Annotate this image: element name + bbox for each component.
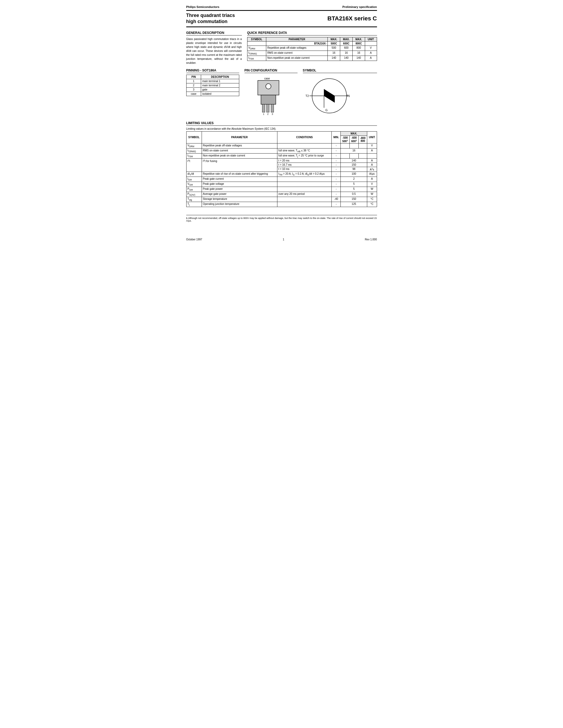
pin-row-2: 2 main terminal 2 (186, 83, 239, 87)
lv-row-itrms: IT(RMS) RMS on-state current full sine w… (186, 149, 377, 154)
page-header: Philips Semiconductors Preliminary speci… (186, 5, 377, 8)
qr-col-max1: MAX. (328, 37, 340, 41)
lv-row-vdrm: VDRM Repetitive peak off-state voltages … (186, 143, 377, 149)
pin-config-title: PIN CONFIGURATION (244, 69, 298, 73)
qr-col-symbol: SYMBOL (247, 37, 266, 41)
qr-row-itsm: ITSM Non-repetitive peak on-state curren… (247, 56, 377, 61)
quick-ref-subheader: BTA216X- 500C 600C 800C (247, 41, 377, 46)
lv-header-row: SYMBOL PARAMETER CONDITIONS MIN. MAX. UN… (186, 131, 377, 136)
spec-type: Preliminary specification (342, 5, 377, 8)
footnote-text: Although not recommended, off-state volt… (186, 217, 377, 222)
lv-row-pgm: PGM Peak gate power - 5 W (186, 187, 377, 192)
svg-rect-6 (271, 104, 274, 112)
limiting-values-title: LIMITING VALUES (186, 121, 377, 126)
footer-date: October 1997 (186, 238, 202, 241)
triac-symbol: T2 T1 G (303, 75, 356, 117)
product-title: Three quadrant triacs high commutation (186, 12, 235, 25)
qr-col-parameter: PARAMETER (266, 37, 328, 41)
qr-col-max3: MAX. (353, 37, 365, 41)
footnote-number: 1 (186, 217, 187, 219)
svg-rect-3 (261, 95, 276, 104)
symbol-title: SYMBOL (303, 69, 377, 73)
svg-marker-15 (324, 96, 335, 102)
limiting-values-table: SYMBOL PARAMETER CONDITIONS MIN. MAX. UN… (186, 131, 377, 207)
qr-col-unit: UNIT (365, 37, 377, 41)
svg-text:case: case (264, 77, 270, 80)
footnote: 1 Although not recommended, off-state vo… (186, 215, 377, 222)
footer-page: 1 (283, 238, 284, 241)
footer-revision: Rev 1.000 (365, 238, 377, 241)
lv-row-tj: Tj Operating junction temperature - 125 … (186, 202, 377, 207)
qr-row-itrms: IT(RMS) RMS on-state current 16 16 16 A (247, 51, 377, 56)
quick-ref-title: QUICK REFERENCE DATA (247, 31, 377, 35)
lv-col-parameter: PARAMETER (202, 131, 277, 143)
gen-desc-text: Glass passivated high commutation triacs… (186, 37, 242, 65)
lv-row-itsm: ITSM Non-repetitive peak on-state curren… (186, 154, 377, 159)
svg-rect-4 (262, 104, 265, 112)
lv-row-igm: IGM Peak gate current - 2 A (186, 177, 377, 182)
lv-row-tstg: Tstg Storage temperature -40 150 °C (186, 197, 377, 202)
limiting-values-section: LIMITING VALUES Limiting values in accor… (186, 121, 377, 207)
pin-row-case: case isolated (186, 92, 239, 96)
title-block: Three quadrant triacs high commutation B… (186, 10, 377, 27)
pinning-section: PINNING - SOT186A PIN DESCRIPTION 1 main… (186, 69, 377, 118)
svg-rect-5 (266, 104, 269, 112)
pinning-table-wrap: PINNING - SOT186A PIN DESCRIPTION 1 main… (186, 69, 239, 118)
company-name: Philips Semiconductors (186, 5, 219, 8)
pin-col-pin: PIN (186, 75, 201, 79)
pinning-table: PIN DESCRIPTION 1 main terminal 1 2 main… (186, 75, 239, 96)
pin-row-1: 1 main terminal 1 (186, 79, 239, 83)
lv-row-didt: dIT/dt Repetitive rate of rise of on-sta… (186, 172, 377, 177)
lv-row-vgm: VGM Peak gate voltage - 5 V (186, 182, 377, 187)
lv-row-pgav: PG(AV) Average gate power over any 20 ms… (186, 192, 377, 197)
qr-col-max2: MAX. (340, 37, 353, 41)
svg-marker-14 (324, 89, 335, 96)
pin-col-desc: DESCRIPTION (201, 75, 239, 79)
quick-reference: QUICK REFERENCE DATA SYMBOL PARAMETER MA… (247, 31, 377, 65)
svg-text:1: 1 (263, 113, 264, 115)
limiting-values-note: Limiting values in accordance with the A… (186, 127, 377, 130)
qr-row-vdrm: VDRM Repetitive peak off-state voltages … (247, 46, 377, 51)
pinning-title: PINNING - SOT186A (186, 69, 239, 73)
svg-point-2 (266, 84, 271, 89)
gen-desc-title: GENERAL DESCRIPTION (186, 31, 242, 35)
pin-row-3: 3 gate (186, 87, 239, 92)
quick-ref-table: SYMBOL PARAMETER MAX. MAX. MAX. UNIT BTA… (247, 37, 377, 61)
svg-text:2: 2 (267, 113, 268, 115)
page-footer: October 1997 1 Rev 1.000 (186, 238, 377, 241)
pin-config-diagram: case 1 2 3 (244, 75, 292, 117)
lv-col-unit: UNIT (367, 131, 377, 143)
lv-col-min: MIN. (332, 131, 341, 143)
svg-text:G: G (325, 109, 328, 112)
svg-text:T2: T2 (306, 94, 309, 97)
lv-row-i2t-1: I2t I2t for fusing t = 20 ms - 140 A (186, 159, 377, 163)
pin-config-wrap: PIN CONFIGURATION case 1 2 3 (244, 69, 298, 118)
svg-text:3: 3 (271, 113, 273, 115)
symbol-wrap: SYMBOL T2 T1 G (303, 69, 377, 118)
top-section: GENERAL DESCRIPTION Glass passivated hig… (186, 31, 377, 65)
lv-col-conditions: CONDITIONS (277, 131, 332, 143)
general-description: GENERAL DESCRIPTION Glass passivated hig… (186, 31, 242, 65)
lv-col-symbol: SYMBOL (186, 131, 202, 143)
lv-col-max: MAX. (341, 131, 367, 136)
part-number: BTA216X series C (328, 15, 377, 22)
quick-ref-header: SYMBOL PARAMETER MAX. MAX. MAX. UNIT (247, 37, 377, 41)
